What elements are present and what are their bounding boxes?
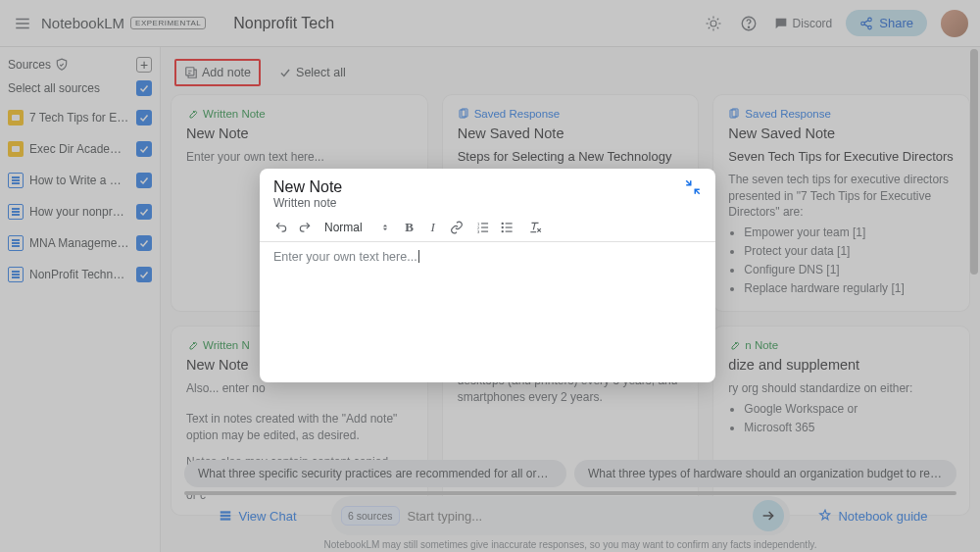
note-editor-modal: New Note Written note Normal B I 123 Ent [260,169,715,382]
clear-format-icon[interactable] [527,220,543,235]
collapse-icon[interactable] [684,178,702,196]
svg-point-38 [501,226,503,228]
style-select[interactable]: Normal [324,221,390,234]
editor-placeholder: Enter your own text here... [273,250,419,264]
svg-rect-33 [481,226,488,227]
svg-rect-35 [481,231,488,232]
redo-icon[interactable] [297,220,313,235]
svg-text:3: 3 [477,229,480,234]
svg-rect-31 [481,223,488,224]
svg-rect-41 [505,231,512,232]
ordered-list-icon[interactable]: 123 [476,220,492,235]
editor-toolbar: Normal B I 123 [260,216,715,242]
bold-icon[interactable]: B [402,220,417,235]
link-icon[interactable] [449,220,465,235]
svg-point-40 [501,230,503,232]
bullet-list-icon[interactable] [500,220,515,235]
editor-body[interactable]: Enter your own text here... [260,242,715,382]
svg-point-36 [501,223,503,225]
modal-subtitle: Written note [273,196,342,210]
undo-icon[interactable] [273,220,289,235]
svg-rect-39 [505,226,512,227]
style-select-label: Normal [324,221,363,234]
modal-title[interactable]: New Note [273,178,342,196]
svg-rect-37 [505,223,512,224]
italic-icon[interactable]: I [425,220,441,235]
updown-icon [380,223,390,232]
